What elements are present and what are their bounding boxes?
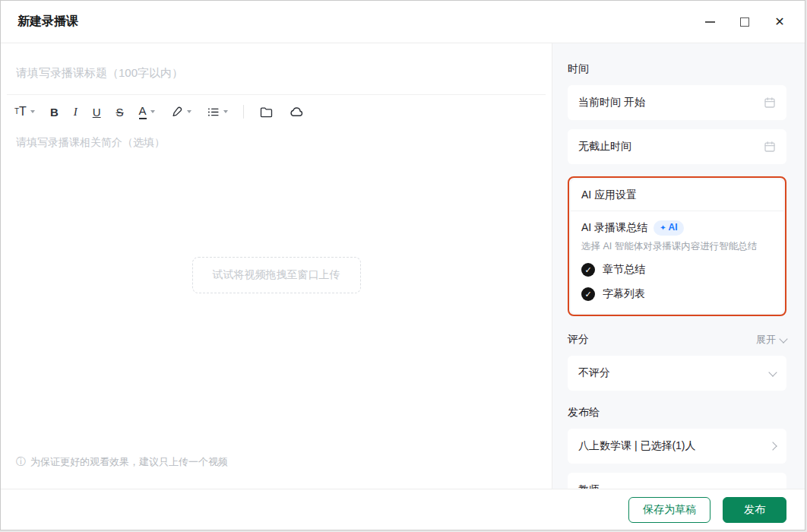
upload-note-text: 为保证更好的观看效果，建议只上传一个视频 [30,455,228,469]
course-title-input[interactable] [1,43,552,94]
close-icon: ✕ [774,16,784,28]
chevron-right-icon [768,442,777,451]
publish-button[interactable]: 发布 [723,497,786,523]
course-description-input[interactable] [1,129,552,155]
minimize-icon [705,21,715,23]
rating-select[interactable]: 不评分 [568,356,786,391]
start-time-field[interactable]: 当前时间 开始 [568,85,786,120]
main-area: TT B I U S A [1,43,805,489]
chapter-summary-checkbox[interactable]: ✓ 章节总结 [581,263,773,277]
ai-feature-title: AI 录播课总结 [581,221,647,235]
ai-feature-row: AI 录播课总结 ✦ AI [581,220,773,236]
end-time-value: 无截止时间 [578,140,631,154]
ai-settings-body: AI 录播课总结 ✦ AI 选择 AI 智能体对录播课内容进行智能总结 ✓ 章节… [571,211,783,313]
teacher-field[interactable]: 教师 [568,473,786,489]
titlebar: 新建录播课 ✕ [1,1,805,43]
ai-badge: ✦ AI [654,220,683,236]
publish-target-field[interactable]: 八上数学课 | 已选择(1)人 [568,429,786,464]
dropdown-caret-icon [187,110,191,113]
bold-icon: B [50,106,59,119]
checked-icon: ✓ [581,287,595,301]
strikethrough-icon: S [116,106,124,119]
text-color-button[interactable]: A [133,102,161,122]
bold-button[interactable]: B [44,103,65,122]
chapter-summary-label: 章节总结 [603,263,645,277]
strikethrough-button[interactable]: S [110,103,130,122]
close-button[interactable]: ✕ [771,14,788,30]
ai-badge-label: AI [669,222,678,234]
rating-value: 不评分 [578,366,610,380]
subtitle-list-checkbox[interactable]: ✓ 字幕列表 [581,287,773,301]
page-title: 新建录播课 [17,14,78,30]
publish-target-value: 八上数学课 | 已选择(1)人 [578,439,696,453]
settings-sidebar: 时间 当前时间 开始 无截止时间 [552,43,805,489]
end-time-field[interactable]: 无截止时间 [568,129,786,164]
chevron-down-icon [779,334,787,343]
italic-icon: I [74,106,78,119]
checked-icon: ✓ [581,263,595,277]
text-color-icon: A [139,105,147,119]
italic-button[interactable]: I [68,103,84,122]
ai-settings-header: AI 应用设置 [571,179,783,211]
ai-feature-description: 选择 AI 智能体对录播课内容进行智能总结 [581,240,773,253]
cloud-icon [289,106,304,118]
font-size-icon: TT [14,106,27,118]
maximize-button[interactable] [736,14,753,30]
ai-settings-highlight: AI 应用设置 AI 录播课总结 ✦ AI 选择 AI 智能体对录播课内容进行智… [568,176,786,316]
highlight-button[interactable] [164,103,198,122]
bullet-list-icon [207,106,220,119]
new-recorded-course-dialog: 新建录播课 ✕ TT B I U S [0,0,805,530]
video-upload-dropzone[interactable]: 试试将视频拖拽至窗口上传 [192,257,361,293]
sparkle-icon: ✦ [660,223,666,233]
subtitle-list-label: 字幕列表 [603,287,645,301]
list-button[interactable] [201,103,234,122]
highlighter-icon [170,106,183,119]
ai-settings-section: AI 应用设置 AI 录播课总结 ✦ AI 选择 AI 智能体对录播课内容进行智… [571,179,783,313]
dropdown-caret-icon [150,110,155,113]
insert-file-button[interactable] [253,103,280,122]
maximize-icon [740,17,749,27]
rating-expand-toggle[interactable]: 展开 [756,333,786,347]
font-size-button[interactable]: TT [8,103,41,121]
cloud-upload-button[interactable] [283,103,310,121]
expand-label: 展开 [756,333,776,347]
dropdown-caret-icon [30,110,35,113]
time-section-label: 时间 [568,62,589,74]
info-icon: ⓘ [16,455,26,469]
start-time-value: 当前时间 开始 [578,96,645,109]
folder-icon [259,106,274,119]
publish-to-label: 发布给 [568,406,786,420]
window-controls: ✕ [701,14,788,30]
toolbar-divider [243,105,244,119]
course-editor: TT B I U S A [1,43,552,489]
underline-button[interactable]: U [87,103,107,122]
dialog-footer: 保存为草稿 发布 [1,489,805,530]
minimize-button[interactable] [701,14,718,30]
chevron-down-icon [768,368,777,376]
calendar-icon [764,141,776,153]
upload-note: ⓘ 为保证更好的观看效果，建议只上传一个视频 [16,455,228,469]
rating-section-label: 评分 [568,333,589,347]
underline-icon: U [93,106,101,119]
dropdown-caret-icon [223,110,228,113]
calendar-icon [764,97,776,109]
rating-section-row: 评分 展开 [568,333,786,347]
format-toolbar: TT B I U S A [1,95,552,129]
save-draft-button[interactable]: 保存为草稿 [628,497,710,523]
